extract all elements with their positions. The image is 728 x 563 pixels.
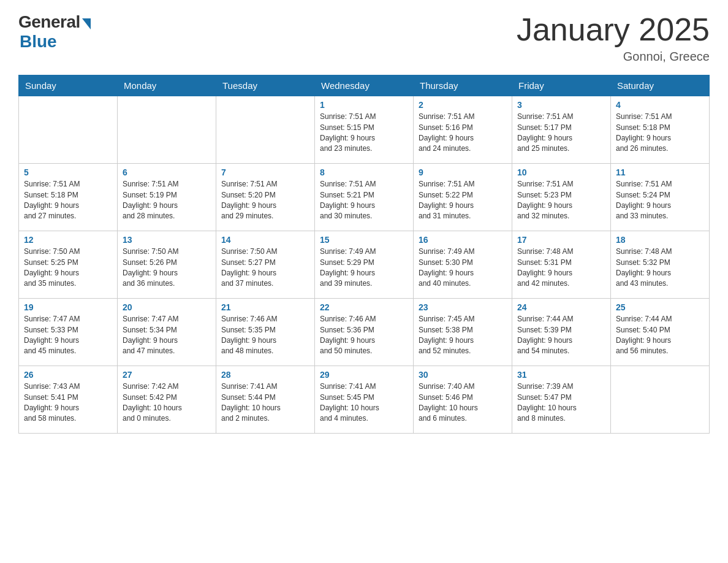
cell-info-text: Sunrise: 7:43 AMSunset: 5:41 PMDaylight:… (24, 381, 112, 424)
cell-day-number: 2 (419, 100, 507, 110)
calendar-cell: 16Sunrise: 7:49 AMSunset: 5:30 PMDayligh… (414, 231, 512, 299)
cell-info-text: Sunrise: 7:39 AMSunset: 5:47 PMDaylight:… (517, 381, 605, 424)
calendar-cell: 15Sunrise: 7:49 AMSunset: 5:29 PMDayligh… (315, 231, 414, 299)
day-header-sunday: Sunday (19, 75, 118, 96)
calendar-cell: 2Sunrise: 7:51 AMSunset: 5:16 PMDaylight… (414, 96, 512, 164)
calendar-cell: 20Sunrise: 7:47 AMSunset: 5:34 PMDayligh… (118, 299, 216, 366)
cell-info-text: Sunrise: 7:41 AMSunset: 5:45 PMDaylight:… (320, 381, 408, 424)
cell-day-number: 10 (517, 167, 605, 177)
cell-day-number: 28 (221, 370, 309, 380)
cell-info-text: Sunrise: 7:44 AMSunset: 5:39 PMDaylight:… (517, 314, 605, 357)
calendar-header: SundayMondayTuesdayWednesdayThursdayFrid… (19, 75, 710, 96)
calendar-cell: 11Sunrise: 7:51 AMSunset: 5:24 PMDayligh… (611, 164, 710, 231)
cell-info-text: Sunrise: 7:51 AMSunset: 5:21 PMDaylight:… (320, 179, 408, 222)
calendar-title: January 2025 (517, 12, 710, 47)
cell-day-number: 24 (517, 302, 605, 312)
day-header-tuesday: Tuesday (216, 75, 315, 96)
calendar-cell: 7Sunrise: 7:51 AMSunset: 5:20 PMDaylight… (216, 164, 315, 231)
calendar-cell: 22Sunrise: 7:46 AMSunset: 5:36 PMDayligh… (315, 299, 414, 366)
cell-info-text: Sunrise: 7:40 AMSunset: 5:46 PMDaylight:… (419, 381, 507, 424)
calendar-cell: 4Sunrise: 7:51 AMSunset: 5:18 PMDaylight… (611, 96, 710, 164)
calendar-cell: 24Sunrise: 7:44 AMSunset: 5:39 PMDayligh… (512, 299, 611, 366)
cell-day-number: 20 (123, 302, 211, 312)
cell-info-text: Sunrise: 7:45 AMSunset: 5:38 PMDaylight:… (419, 314, 507, 357)
cell-day-number: 1 (320, 100, 408, 110)
calendar-subtitle: Gonnoi, Greece (517, 50, 710, 64)
cell-info-text: Sunrise: 7:48 AMSunset: 5:32 PMDaylight:… (616, 247, 704, 289)
calendar-cell: 14Sunrise: 7:50 AMSunset: 5:27 PMDayligh… (216, 231, 315, 299)
header-row: SundayMondayTuesdayWednesdayThursdayFrid… (19, 75, 710, 96)
calendar-cell: 26Sunrise: 7:43 AMSunset: 5:41 PMDayligh… (19, 366, 118, 434)
cell-info-text: Sunrise: 7:50 AMSunset: 5:25 PMDaylight:… (24, 247, 112, 289)
calendar-cell: 10Sunrise: 7:51 AMSunset: 5:23 PMDayligh… (512, 164, 611, 231)
calendar-cell: 17Sunrise: 7:48 AMSunset: 5:31 PMDayligh… (512, 231, 611, 299)
cell-info-text: Sunrise: 7:49 AMSunset: 5:29 PMDaylight:… (320, 247, 408, 289)
cell-day-number: 3 (517, 100, 605, 110)
calendar-cell: 18Sunrise: 7:48 AMSunset: 5:32 PMDayligh… (611, 231, 710, 299)
cell-day-number: 21 (221, 302, 309, 312)
calendar-cell (611, 366, 710, 434)
calendar-cell: 12Sunrise: 7:50 AMSunset: 5:25 PMDayligh… (19, 231, 118, 299)
cell-info-text: Sunrise: 7:51 AMSunset: 5:17 PMDaylight:… (517, 112, 605, 155)
calendar-cell: 6Sunrise: 7:51 AMSunset: 5:19 PMDaylight… (118, 164, 216, 231)
calendar-week-row: 26Sunrise: 7:43 AMSunset: 5:41 PMDayligh… (19, 366, 710, 434)
cell-day-number: 15 (320, 235, 408, 245)
cell-day-number: 31 (517, 370, 605, 380)
calendar-cell: 21Sunrise: 7:46 AMSunset: 5:35 PMDayligh… (216, 299, 315, 366)
calendar-cell: 29Sunrise: 7:41 AMSunset: 5:45 PMDayligh… (315, 366, 414, 434)
logo-general-text: General (18, 12, 80, 32)
cell-day-number: 14 (221, 235, 309, 245)
cell-day-number: 19 (24, 302, 112, 312)
calendar-cell: 25Sunrise: 7:44 AMSunset: 5:40 PMDayligh… (611, 299, 710, 366)
day-header-saturday: Saturday (611, 75, 710, 96)
calendar-cell: 28Sunrise: 7:41 AMSunset: 5:44 PMDayligh… (216, 366, 315, 434)
cell-day-number: 6 (123, 167, 211, 177)
cell-day-number: 8 (320, 167, 408, 177)
cell-day-number: 9 (419, 167, 507, 177)
day-header-monday: Monday (118, 75, 216, 96)
cell-day-number: 7 (221, 167, 309, 177)
cell-day-number: 5 (24, 167, 112, 177)
day-header-thursday: Thursday (414, 75, 512, 96)
cell-info-text: Sunrise: 7:51 AMSunset: 5:19 PMDaylight:… (123, 179, 211, 222)
cell-day-number: 17 (517, 235, 605, 245)
day-header-friday: Friday (512, 75, 611, 96)
cell-info-text: Sunrise: 7:47 AMSunset: 5:34 PMDaylight:… (123, 314, 211, 357)
cell-info-text: Sunrise: 7:50 AMSunset: 5:26 PMDaylight:… (123, 247, 211, 289)
calendar-body: 1Sunrise: 7:51 AMSunset: 5:15 PMDaylight… (19, 96, 710, 434)
calendar-week-row: 12Sunrise: 7:50 AMSunset: 5:25 PMDayligh… (19, 231, 710, 299)
cell-day-number: 4 (616, 100, 704, 110)
cell-day-number: 25 (616, 302, 704, 312)
cell-info-text: Sunrise: 7:44 AMSunset: 5:40 PMDaylight:… (616, 314, 704, 357)
calendar-cell: 13Sunrise: 7:50 AMSunset: 5:26 PMDayligh… (118, 231, 216, 299)
cell-info-text: Sunrise: 7:47 AMSunset: 5:33 PMDaylight:… (24, 314, 112, 357)
cell-day-number: 11 (616, 167, 704, 177)
cell-day-number: 30 (419, 370, 507, 380)
calendar-cell: 30Sunrise: 7:40 AMSunset: 5:46 PMDayligh… (414, 366, 512, 434)
calendar-cell: 23Sunrise: 7:45 AMSunset: 5:38 PMDayligh… (414, 299, 512, 366)
calendar-week-row: 5Sunrise: 7:51 AMSunset: 5:18 PMDaylight… (19, 164, 710, 231)
cell-day-number: 23 (419, 302, 507, 312)
calendar-cell: 27Sunrise: 7:42 AMSunset: 5:42 PMDayligh… (118, 366, 216, 434)
cell-info-text: Sunrise: 7:51 AMSunset: 5:15 PMDaylight:… (320, 112, 408, 155)
logo-blue-text: Blue (20, 32, 57, 52)
cell-info-text: Sunrise: 7:49 AMSunset: 5:30 PMDaylight:… (419, 247, 507, 289)
cell-info-text: Sunrise: 7:46 AMSunset: 5:35 PMDaylight:… (221, 314, 309, 357)
calendar-cell: 3Sunrise: 7:51 AMSunset: 5:17 PMDaylight… (512, 96, 611, 164)
cell-info-text: Sunrise: 7:51 AMSunset: 5:18 PMDaylight:… (24, 179, 112, 222)
cell-info-text: Sunrise: 7:51 AMSunset: 5:18 PMDaylight:… (616, 112, 704, 155)
calendar-week-row: 1Sunrise: 7:51 AMSunset: 5:15 PMDaylight… (19, 96, 710, 164)
calendar-cell (216, 96, 315, 164)
cell-day-number: 22 (320, 302, 408, 312)
calendar-cell (118, 96, 216, 164)
cell-info-text: Sunrise: 7:51 AMSunset: 5:23 PMDaylight:… (517, 179, 605, 222)
cell-info-text: Sunrise: 7:51 AMSunset: 5:20 PMDaylight:… (221, 179, 309, 222)
page-header: General Blue January 2025 Gonnoi, Greece (18, 12, 710, 64)
calendar-week-row: 19Sunrise: 7:47 AMSunset: 5:33 PMDayligh… (19, 299, 710, 366)
cell-info-text: Sunrise: 7:42 AMSunset: 5:42 PMDaylight:… (123, 381, 211, 424)
cell-day-number: 12 (24, 235, 112, 245)
cell-info-text: Sunrise: 7:51 AMSunset: 5:24 PMDaylight:… (616, 179, 704, 222)
day-header-wednesday: Wednesday (315, 75, 414, 96)
cell-info-text: Sunrise: 7:51 AMSunset: 5:16 PMDaylight:… (419, 112, 507, 155)
calendar-cell: 5Sunrise: 7:51 AMSunset: 5:18 PMDaylight… (19, 164, 118, 231)
